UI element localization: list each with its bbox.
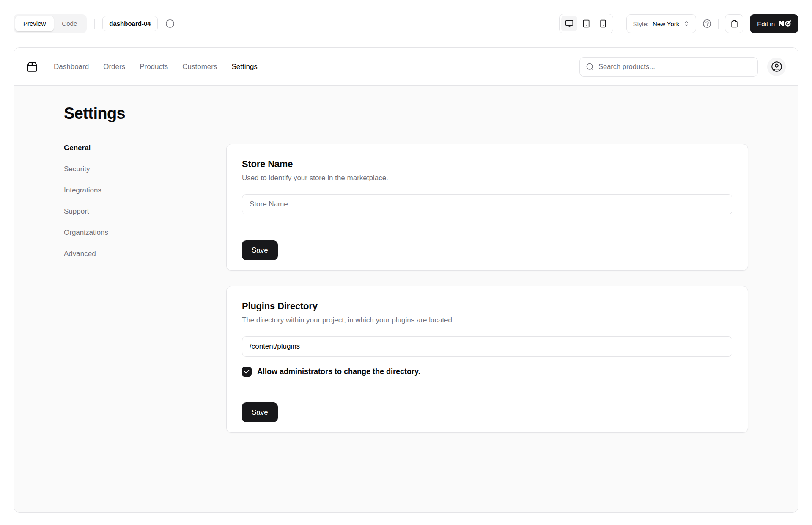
sidebar-item-organizations[interactable]: Organizations [64,228,208,236]
search-icon [586,63,594,71]
settings-layout: General Security Integrations Support Or… [64,144,748,433]
nav-item-orders[interactable]: Orders [103,63,125,71]
allow-admins-checkbox-label[interactable]: Allow administrators to change the direc… [257,367,420,376]
nav-item-customers[interactable]: Customers [182,63,217,71]
tablet-icon [582,19,590,28]
tablet-view-button[interactable] [578,16,594,31]
card-title: Store Name [242,159,732,170]
save-button[interactable]: Save [242,240,278,260]
plugins-directory-card: Plugins Directory The directory within y… [226,286,748,433]
settings-page: Settings General Security Integrations S… [14,86,798,433]
card-description: The directory within your project, in wh… [242,316,732,324]
device-toggle-group [559,14,613,33]
user-circle-icon [771,61,782,72]
monitor-icon [565,19,573,28]
sidebar-item-integrations[interactable]: Integrations [64,186,208,194]
desktop-view-button[interactable] [561,16,577,31]
style-select[interactable]: Style: New York [626,14,696,33]
block-name-badge: dashboard-04 [102,16,157,31]
style-select-label: Style: [633,20,649,27]
clipboard-icon [730,20,738,28]
block-preview-toolbar: Preview Code dashboard-04 Style: New Yor… [0,0,812,47]
card-description: Used to identify your store in the marke… [242,174,732,182]
copy-code-button[interactable] [725,14,743,33]
settings-sidebar: General Security Integrations Support Or… [64,144,208,258]
help-icon[interactable] [702,19,712,28]
app-header: Dashboard Orders Products Customers Sett… [14,48,798,86]
info-icon[interactable] [165,19,175,28]
tab-preview[interactable]: Preview [15,16,54,31]
style-select-value: New York [653,20,679,27]
chevrons-up-down-icon [683,20,690,27]
search-box [579,57,758,77]
divider [620,19,620,29]
allow-admins-checkbox[interactable] [242,367,252,377]
card-title: Plugins Directory [242,301,732,312]
save-button[interactable]: Save [242,402,278,422]
tab-code[interactable]: Code [54,16,85,31]
sidebar-item-general[interactable]: General [64,144,208,152]
store-name-input[interactable] [242,194,732,214]
settings-cards: Store Name Used to identify your store i… [226,144,748,433]
smartphone-icon [599,19,607,28]
nav-item-products[interactable]: Products [140,63,168,71]
store-name-card: Store Name Used to identify your store i… [226,144,748,271]
view-toggle-group: Preview Code [14,14,87,33]
card-footer: Save [227,392,748,432]
mobile-view-button[interactable] [595,16,611,31]
user-menu-button[interactable] [767,58,786,76]
app-nav: Dashboard Orders Products Customers Sett… [54,63,258,71]
toolbar-left: Preview Code dashboard-04 [14,14,175,33]
search-input[interactable] [598,63,752,71]
edit-in-v0-label: Edit in [757,20,775,27]
card-footer: Save [227,230,748,270]
edit-in-v0-button[interactable]: Edit in [750,14,798,33]
nav-item-settings[interactable]: Settings [231,63,257,71]
check-icon [244,368,250,375]
sidebar-item-security[interactable]: Security [64,165,208,173]
store-name-card-body: Store Name Used to identify your store i… [227,144,748,230]
toolbar-right: Style: New York Edit in [559,14,798,33]
store-logo-icon[interactable] [26,61,38,73]
divider [718,19,719,29]
sidebar-item-support[interactable]: Support [64,207,208,215]
divider [94,19,95,29]
nav-item-dashboard[interactable]: Dashboard [54,63,89,71]
v0-logo-icon [779,20,791,27]
preview-frame: Dashboard Orders Products Customers Sett… [14,47,798,513]
plugins-directory-card-body: Plugins Directory The directory within y… [227,286,748,392]
plugins-directory-input[interactable] [242,336,732,357]
sidebar-item-advanced[interactable]: Advanced [64,250,208,258]
page-title: Settings [64,104,748,123]
allow-admins-row: Allow administrators to change the direc… [242,367,732,377]
